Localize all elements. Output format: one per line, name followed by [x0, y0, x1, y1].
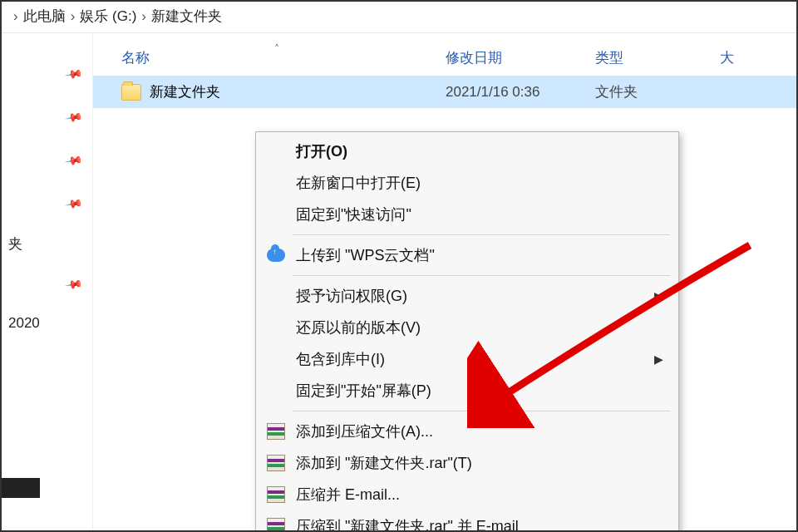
pin-icon: 📌 — [64, 195, 83, 214]
file-name: 新建文件夹 — [150, 82, 220, 101]
sidebar: 📌 📌 📌 📌 夹 📌 2020 — [2, 33, 93, 532]
file-list-pane: ˄ 名称 修改日期 类型 大 新建文件夹 2021/1/16 0:36 文件夹 … — [93, 33, 796, 532]
menu-compress-email[interactable]: 压缩并 E-mail... — [256, 479, 678, 510]
archive-icon — [266, 422, 286, 441]
sort-ascending-icon: ˄ — [274, 43, 279, 55]
menu-pin-start[interactable]: 固定到"开始"屏幕(P) — [256, 375, 678, 406]
archive-icon — [266, 517, 286, 532]
file-date: 2021/1/16 0:36 — [446, 84, 595, 101]
chevron-right-icon: ▶ — [654, 352, 663, 366]
sidebar-selection-marker — [2, 478, 40, 498]
file-row[interactable]: 新建文件夹 2021/1/16 0:36 文件夹 — [93, 76, 796, 108]
menu-add-to-archive[interactable]: 添加到压缩文件(A)... — [256, 416, 678, 447]
chevron-right-icon: › — [13, 8, 18, 25]
sidebar-pinned-item[interactable]: 📌 — [2, 57, 92, 91]
sidebar-pinned-item[interactable]: 📌 — [2, 186, 92, 221]
menu-grant-access[interactable]: 授予访问权限(G)▶ — [256, 280, 678, 312]
breadcrumb-item[interactable]: 娱乐 (G:) — [80, 7, 136, 26]
context-menu: 打开(O) 在新窗口中打开(E) 固定到"快速访问" 上传到 "WPS云文档" … — [255, 131, 679, 532]
chevron-right-icon: › — [71, 8, 76, 25]
menu-add-to-named-rar[interactable]: 添加到 "新建文件夹.rar"(T) — [256, 447, 678, 479]
sidebar-item-year[interactable]: 2020 — [2, 310, 92, 337]
chevron-right-icon: › — [141, 8, 146, 25]
sidebar-pinned-item[interactable]: 📌 — [2, 143, 92, 178]
menu-compress-named-email[interactable]: 压缩到 "新建文件夹.rar" 并 E-mail — [256, 510, 678, 532]
pin-icon: 📌 — [64, 65, 83, 84]
pin-icon: 📌 — [64, 151, 83, 170]
breadcrumb[interactable]: › 此电脑 › 娱乐 (G:) › 新建文件夹 — [2, 2, 796, 33]
folder-icon — [121, 84, 141, 101]
column-date[interactable]: 修改日期 — [446, 48, 595, 67]
cloud-upload-icon — [266, 246, 286, 264]
sidebar-pinned-item[interactable]: 📌 — [2, 267, 92, 302]
chevron-right-icon: ▶ — [654, 289, 663, 303]
column-size[interactable]: 大 — [720, 48, 734, 67]
column-type[interactable]: 类型 — [595, 48, 720, 67]
menu-upload-wps[interactable]: 上传到 "WPS云文档" — [256, 239, 678, 271]
menu-restore-versions[interactable]: 还原以前的版本(V) — [256, 312, 678, 343]
column-headers[interactable]: ˄ 名称 修改日期 类型 大 — [93, 33, 796, 76]
sidebar-pinned-item[interactable]: 📌 — [2, 100, 92, 135]
pin-icon: 📌 — [64, 108, 83, 127]
archive-icon — [266, 454, 286, 472]
column-name[interactable]: 名称 — [121, 48, 446, 67]
pin-icon: 📌 — [64, 275, 83, 294]
sidebar-item-folder[interactable]: 夹 — [2, 229, 92, 259]
breadcrumb-item[interactable]: 新建文件夹 — [151, 7, 222, 26]
menu-open[interactable]: 打开(O) — [256, 135, 678, 167]
menu-pin-quick-access[interactable]: 固定到"快速访问" — [256, 199, 678, 230]
menu-open-new-window[interactable]: 在新窗口中打开(E) — [256, 167, 678, 199]
archive-icon — [266, 485, 286, 504]
file-type: 文件夹 — [595, 82, 720, 101]
menu-separator — [293, 234, 670, 235]
menu-separator — [293, 411, 670, 411]
menu-include-library[interactable]: 包含到库中(I)▶ — [256, 343, 678, 375]
menu-separator — [293, 275, 670, 276]
breadcrumb-item[interactable]: 此电脑 — [23, 7, 66, 26]
